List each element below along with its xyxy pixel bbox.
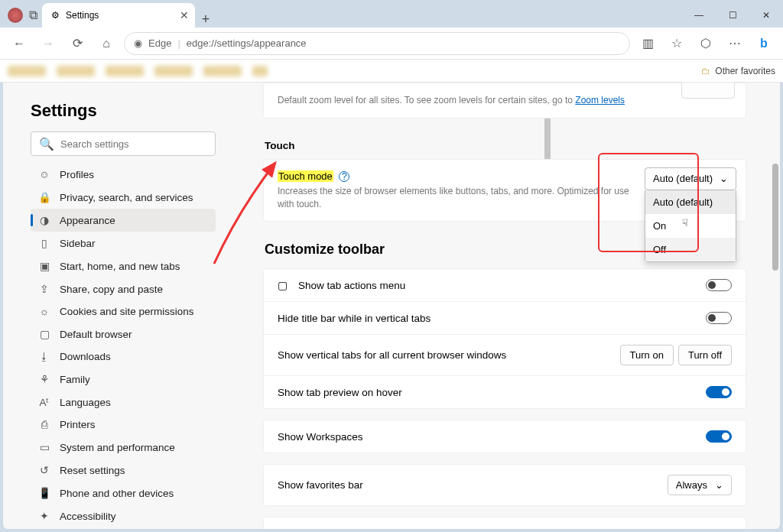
workspaces-toggle[interactable] — [706, 430, 732, 443]
gear-icon: ⚙ — [51, 10, 60, 21]
menu-icon[interactable]: ⋯ — [723, 32, 746, 55]
settings-sidebar: Settings 🔍 ☺Profiles 🔒Privacy, search, a… — [3, 83, 232, 529]
favorites-bar-select[interactable]: Always ⌄ — [668, 475, 732, 495]
nav-default-browser[interactable]: ▢Default browser — [31, 323, 216, 345]
page-scrollbar[interactable] — [772, 89, 778, 523]
nav-phone[interactable]: 📱Phone and other devices — [31, 482, 216, 504]
split-screen-icon[interactable]: ▥ — [636, 32, 659, 55]
workspaces-group: Show Workspaces — [263, 420, 746, 453]
nav-sidebar[interactable]: ▯Sidebar — [31, 232, 216, 255]
hide-title-toggle[interactable] — [706, 312, 732, 324]
settings-title: Settings — [31, 101, 216, 121]
minimize-button[interactable]: — — [682, 3, 716, 28]
bookmark-item[interactable] — [154, 66, 193, 76]
row-vertical-tabs: Show vertical tabs for all current brows… — [264, 335, 746, 376]
nav-appearance[interactable]: ◑Appearance — [31, 209, 216, 232]
nav-reset[interactable]: ↺Reset settings — [31, 459, 216, 482]
other-favorites[interactable]: 🗀 Other favorites — [701, 66, 775, 76]
favorite-icon[interactable]: ☆ — [665, 32, 688, 55]
family-icon: ⚘ — [38, 373, 50, 385]
search-settings[interactable]: 🔍 — [31, 131, 216, 156]
close-window-button[interactable]: ✕ — [749, 3, 783, 28]
settings-page: Settings 🔍 ☺Profiles 🔒Privacy, search, a… — [3, 83, 780, 529]
nav-family[interactable]: ⚘Family — [31, 368, 216, 391]
nav-cookies[interactable]: ☼Cookies and site permissions — [31, 300, 216, 323]
refresh-button[interactable]: ⟳ — [66, 32, 89, 55]
zoom-select[interactable] — [681, 83, 735, 99]
touch-mode-label: Touch mode — [278, 170, 333, 182]
touch-option-auto[interactable]: Auto (default) — [645, 190, 736, 214]
profile-icon[interactable] — [8, 8, 23, 23]
lock-icon: 🔒 — [38, 191, 50, 203]
browser-icon: ▢ — [38, 328, 50, 340]
url-text: edge://settings/appearance — [187, 37, 307, 49]
edge-label: Edge — [148, 37, 171, 49]
turn-off-button[interactable]: Turn off — [678, 345, 732, 365]
phone-icon: 📱 — [38, 487, 50, 499]
nav-privacy[interactable]: 🔒Privacy, search, and services — [31, 186, 216, 209]
nav-share[interactable]: ⇪Share, copy and paste — [31, 277, 216, 300]
browser-tab[interactable]: ⚙ Settings ✕ — [42, 3, 195, 28]
touch-option-on[interactable]: On — [645, 214, 736, 238]
share-icon: ⇪ — [38, 283, 50, 295]
nav-system[interactable]: ▭System and performance — [31, 436, 216, 459]
new-tab-button[interactable]: + — [195, 11, 216, 28]
row-select-buttons: Select which buttons to show on the tool… — [264, 517, 746, 529]
toolbar-settings-group: ▢ Show tab actions menu Hide title bar w… — [263, 268, 746, 409]
chevron-down-icon: ⌄ — [720, 173, 728, 184]
appearance-icon: ◑ — [38, 214, 50, 226]
home-button[interactable]: ⌂ — [95, 32, 118, 55]
info-icon[interactable]: ? — [339, 171, 349, 182]
sidebar-icon: ▯ — [38, 237, 50, 249]
tab-actions-icon: ▢ — [278, 279, 288, 291]
row-workspaces: Show Workspaces — [264, 420, 746, 453]
row-hide-title: Hide title bar while in vertical tabs — [264, 302, 746, 335]
close-tab-icon[interactable]: ✕ — [180, 9, 189, 21]
select-buttons-group: Select which buttons to show on the tool… — [263, 517, 746, 529]
bookmark-item[interactable] — [252, 66, 268, 76]
search-input[interactable] — [60, 138, 207, 150]
touch-section-title: Touch — [265, 140, 746, 151]
forward-button[interactable]: → — [37, 32, 60, 55]
nav-accessibility[interactable]: ✦Accessibility — [31, 504, 216, 527]
tab-preview-toggle[interactable] — [706, 386, 732, 398]
nav-printers[interactable]: ⎙Printers — [31, 414, 216, 436]
bookmark-item[interactable] — [57, 66, 95, 76]
zoom-levels-link[interactable]: Zoom levels — [575, 95, 625, 105]
system-icon: ▭ — [38, 441, 50, 453]
edge-icon: ◉ — [134, 37, 142, 49]
touch-card: Touch mode ? Increases the size of brows… — [263, 159, 746, 222]
address-bar[interactable]: ◉ Edge | edge://settings/appearance — [124, 32, 630, 55]
row-tab-preview: Show tab preview on hover — [264, 376, 746, 408]
reset-icon: ↺ — [38, 464, 50, 476]
extensions-icon[interactable]: ⬡ — [694, 32, 717, 55]
workspaces-icon[interactable]: ⧉ — [29, 8, 37, 22]
bookmarks-bar: 🗀 Other favorites — [0, 60, 783, 83]
tab-title: Settings — [66, 10, 99, 21]
nav-start[interactable]: ▣Start, home, and new tabs — [31, 255, 216, 277]
zoom-card: Default zoom level for all sites. To see… — [263, 83, 746, 118]
settings-main: Default zoom level for all sites. To see… — [232, 83, 780, 529]
row-tab-actions: ▢ Show tab actions menu — [264, 269, 746, 302]
nav-languages[interactable]: AᵗLanguages — [31, 391, 216, 414]
back-button[interactable]: ← — [8, 32, 31, 55]
maximize-button[interactable]: ☐ — [716, 3, 749, 28]
bookmark-item[interactable] — [8, 66, 46, 76]
language-icon: Aᵗ — [38, 396, 50, 408]
tab-actions-toggle[interactable] — [706, 279, 732, 291]
titlebar: ⧉ ⚙ Settings ✕ + — ☐ ✕ — [0, 0, 783, 28]
nav-downloads[interactable]: ⭳Downloads — [31, 345, 216, 368]
favorites-group: Show favorites bar Always ⌄ — [263, 464, 746, 506]
touch-mode-select[interactable]: Auto (default) ⌄ — [645, 167, 736, 190]
row-favorites-bar: Show favorites bar Always ⌄ — [264, 465, 746, 505]
nav-profiles[interactable]: ☺Profiles — [31, 164, 216, 186]
tabs-icon: ▣ — [38, 260, 50, 272]
nav-about[interactable]: ◉About Microsoft Edge — [31, 527, 216, 529]
bing-icon[interactable]: b — [752, 32, 775, 55]
download-icon: ⭳ — [38, 351, 50, 362]
bookmark-item[interactable] — [203, 66, 242, 76]
bookmark-item[interactable] — [106, 66, 144, 76]
turn-on-button[interactable]: Turn on — [620, 345, 674, 365]
touch-option-off[interactable]: Off — [645, 238, 736, 261]
search-icon: 🔍 — [39, 137, 54, 151]
